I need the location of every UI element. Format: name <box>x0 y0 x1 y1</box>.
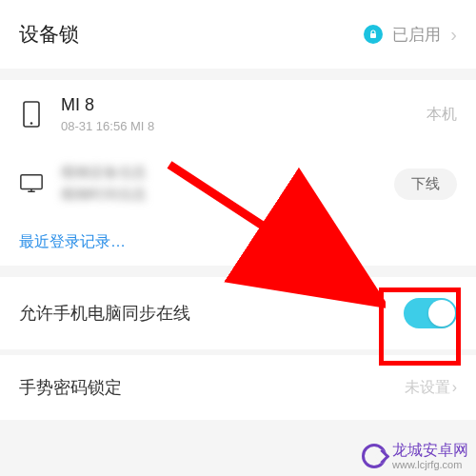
gesture-lock-value: 未设置 › <box>405 378 457 398</box>
device-info: MI 8 08-31 16:56 MI 8 <box>61 95 154 133</box>
device-name: MI 8 <box>61 95 154 115</box>
setting-label: 允许手机电脑同步在线 <box>19 302 190 325</box>
watermark-icon <box>362 444 387 468</box>
device-list: MI 8 08-31 16:56 MI 8 本机 模糊设备信息 模糊时间信息 下… <box>0 80 476 266</box>
toggle-knob <box>428 300 455 327</box>
setting-sync-online[interactable]: 允许手机电脑同步在线 <box>0 277 476 349</box>
watermark-text: 龙城安卓网 <box>392 442 468 458</box>
svg-point-2 <box>30 122 33 125</box>
sync-online-toggle[interactable] <box>404 298 457 328</box>
device-row-current[interactable]: MI 8 08-31 16:56 MI 8 本机 <box>0 80 476 149</box>
watermark-url: www.lcjrfg.com <box>392 459 468 470</box>
recent-login-link[interactable]: 最近登录记录… <box>0 219 476 266</box>
device-left: 模糊设备信息 模糊时间信息 <box>19 164 147 204</box>
watermark-text-group: 龙城安卓网 www.lcjrfg.com <box>392 441 468 470</box>
setting-gesture-lock[interactable]: 手势密码锁定 未设置 › <box>0 355 476 420</box>
svg-rect-0 <box>370 33 376 38</box>
lock-icon <box>364 25 383 44</box>
desktop-icon <box>19 171 44 196</box>
chevron-right-icon: › <box>452 379 457 396</box>
phone-icon <box>19 102 44 127</box>
device-subtitle: 08-31 16:56 MI 8 <box>61 119 154 133</box>
device-info: 模糊设备信息 模糊时间信息 <box>61 164 147 204</box>
section-gap <box>0 69 476 80</box>
section-gap <box>0 266 476 277</box>
device-lock-header[interactable]: 设备锁 已启用 › <box>0 0 476 69</box>
value-text: 未设置 <box>405 378 450 398</box>
chevron-right-icon: › <box>450 24 457 46</box>
status-label: 已启用 <box>392 24 441 46</box>
device-subtitle-blurred: 模糊时间信息 <box>61 186 147 204</box>
setting-label: 手势密码锁定 <box>19 376 122 399</box>
device-name-blurred: 模糊设备信息 <box>61 164 147 182</box>
svg-rect-3 <box>21 175 42 189</box>
page-title: 设备锁 <box>19 21 79 48</box>
device-badge-local: 本机 <box>426 105 457 125</box>
device-row-other[interactable]: 模糊设备信息 模糊时间信息 下线 <box>0 149 476 219</box>
header-status-group: 已启用 › <box>364 24 457 46</box>
watermark: 龙城安卓网 www.lcjrfg.com <box>362 441 468 470</box>
offline-button[interactable]: 下线 <box>394 169 457 200</box>
device-left: MI 8 08-31 16:56 MI 8 <box>19 95 154 133</box>
